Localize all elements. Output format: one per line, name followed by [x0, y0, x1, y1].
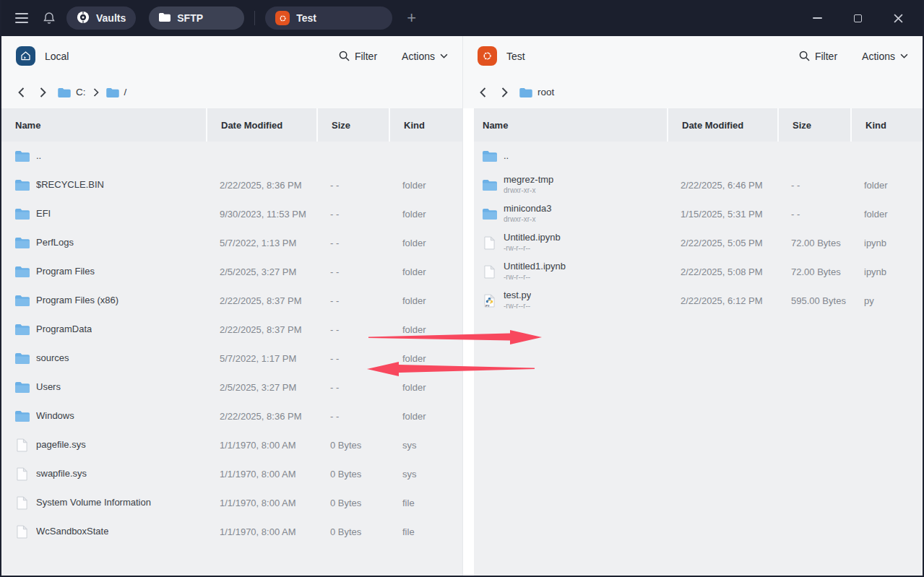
- new-tab-button[interactable]: +: [407, 10, 416, 26]
- file-icon: [14, 438, 30, 452]
- breadcrumb-item[interactable]: root: [517, 87, 557, 97]
- table-row[interactable]: ..: [1, 142, 462, 170]
- table-row[interactable]: pagefile.sys 1/1/1970, 8:00 AM 0 Bytes s…: [1, 430, 462, 459]
- remote-file-table: Name Date Modified Size Kind ..: [474, 108, 923, 576]
- date-modified-cell: 1/1/1970, 8:00 AM: [206, 498, 316, 508]
- folder-icon: [14, 207, 30, 221]
- date-modified-cell: 2/22/2025, 8:36 PM: [206, 180, 316, 191]
- column-header-kind[interactable]: Kind: [389, 108, 462, 142]
- column-header-kind[interactable]: Kind: [850, 108, 923, 142]
- table-row[interactable]: Users 2/5/2025, 3:27 PM - - folder: [1, 373, 462, 402]
- tab-label: Vaults: [96, 12, 126, 24]
- hamburger-menu-icon[interactable]: [12, 8, 32, 28]
- table-row[interactable]: System Volume Information 1/1/1970, 8:00…: [1, 488, 462, 517]
- local-file-table: Name Date Modified Size Kind ..: [1, 108, 462, 576]
- kind-cell: sys: [389, 469, 462, 480]
- filter-button[interactable]: Filter: [799, 51, 837, 62]
- table-row[interactable]: Program Files (x86) 2/22/2025, 8:37 PM -…: [1, 286, 462, 315]
- table-row[interactable]: WcSandboxState 1/1/1970, 8:00 AM 0 Bytes…: [1, 517, 462, 546]
- app-window: Vaults SFTP Test +: [0, 0, 924, 577]
- maximize-icon[interactable]: [843, 7, 872, 29]
- table-row[interactable]: PerfLogs 5/7/2022, 1:13 PM - - folder: [1, 228, 462, 257]
- folder-icon: [14, 264, 30, 279]
- kind-cell: folder: [389, 353, 462, 364]
- kind-cell: py: [850, 295, 923, 306]
- date-modified-cell: 2/5/2025, 3:27 PM: [206, 382, 316, 393]
- file-name-cell: $RECYCLE.BIN: [1, 178, 206, 192]
- size-cell: 72.00 Bytes: [777, 238, 850, 248]
- tab-divider: [254, 11, 255, 25]
- size-cell: - -: [777, 180, 850, 191]
- tab-label: Test: [296, 12, 316, 24]
- column-header-name[interactable]: Name: [474, 108, 667, 142]
- file-name: Untitled.ipynb: [504, 233, 561, 243]
- table-row[interactable]: Program Files 2/5/2025, 3:27 PM - - fold…: [1, 257, 462, 286]
- kind-cell: folder: [389, 382, 462, 393]
- table-row[interactable]: swapfile.sys 1/1/1970, 8:00 AM 0 Bytes s…: [1, 459, 462, 488]
- table-row[interactable]: Untitled1.ipynb -rw-r--r-- 2/22/2025, 5:…: [474, 257, 923, 286]
- table-row[interactable]: ProgramData 2/22/2025, 8:37 PM - - folde…: [1, 315, 462, 344]
- column-header-name[interactable]: Name: [1, 108, 206, 142]
- file-name-cell: swapfile.sys: [1, 467, 206, 481]
- table-row[interactable]: sources 5/7/2022, 1:17 PM - - folder: [1, 344, 462, 373]
- close-icon[interactable]: [884, 7, 912, 29]
- back-button[interactable]: [12, 83, 30, 102]
- file-name-cell: Untitled.ipynb -rw-r--r--: [474, 233, 667, 252]
- file-name: WcSandboxState: [36, 526, 108, 537]
- table-row[interactable]: PY test.py -rw-r--r-- 2/22/2025, 6:12 PM…: [474, 286, 923, 315]
- date-modified-cell: 1/1/1970, 8:00 AM: [206, 526, 316, 537]
- file-name: swapfile.sys: [36, 469, 87, 480]
- folder-icon: [482, 207, 497, 221]
- kind-cell: folder: [850, 209, 923, 220]
- file-name: megrez-tmp: [504, 175, 553, 186]
- column-header-date[interactable]: Date Modified: [206, 108, 316, 142]
- tab-test[interactable]: Test: [265, 6, 392, 30]
- minimize-icon[interactable]: [803, 7, 832, 29]
- file-name-cell: Untitled1.ipynb -rw-r--r--: [474, 261, 667, 281]
- search-icon: [339, 51, 350, 61]
- back-button[interactable]: [473, 83, 492, 102]
- table-row[interactable]: $RECYCLE.BIN 2/22/2025, 8:36 PM - - fold…: [1, 170, 462, 199]
- table-row[interactable]: ..: [474, 142, 923, 170]
- file-icon: [14, 467, 30, 481]
- date-modified-cell: 2/22/2025, 6:46 PM: [667, 180, 777, 191]
- column-header-size[interactable]: Size: [777, 108, 850, 142]
- actions-button[interactable]: Actions: [862, 51, 908, 62]
- forward-button[interactable]: [495, 83, 514, 102]
- file-name: $RECYCLE.BIN: [36, 180, 104, 191]
- file-name-cell: EFI: [1, 207, 206, 221]
- table-row[interactable]: miniconda3 drwxr-xr-x 1/15/2025, 5:31 PM…: [474, 199, 923, 228]
- table-row[interactable]: Untitled.ipynb -rw-r--r-- 2/22/2025, 5:0…: [474, 228, 923, 257]
- chevron-right-icon: [93, 88, 99, 97]
- actions-button[interactable]: Actions: [402, 51, 448, 62]
- chevron-down-icon: [900, 53, 908, 58]
- local-pane: Local Filter Actions: [1, 36, 462, 576]
- breadcrumb-item[interactable]: /: [103, 87, 130, 97]
- size-cell: - -: [316, 238, 389, 248]
- file-name: miniconda3: [504, 204, 552, 214]
- local-file-rows: .. $RECYCLE.BIN 2/22/2025, 8:36 PM - - f…: [1, 142, 462, 576]
- tab-sftp[interactable]: SFTP: [149, 6, 244, 30]
- forward-button[interactable]: [33, 83, 52, 102]
- kind-cell: ipynb: [850, 238, 923, 248]
- kind-cell: folder: [389, 180, 462, 191]
- kind-cell: file: [389, 526, 462, 537]
- file-name-cell: sources: [1, 351, 206, 365]
- tab-vaults[interactable]: Vaults: [66, 6, 136, 30]
- table-row[interactable]: EFI 9/30/2023, 11:53 PM - - folder: [1, 199, 462, 228]
- filter-button[interactable]: Filter: [339, 51, 377, 62]
- table-row[interactable]: megrez-tmp drwxr-xr-x 2/22/2025, 6:46 PM…: [474, 170, 923, 199]
- folder-icon: [14, 409, 30, 423]
- file-name-cell: miniconda3 drwxr-xr-x: [474, 204, 667, 223]
- table-row[interactable]: Windows 2/22/2025, 8:36 PM - - folder: [1, 402, 462, 430]
- column-header-date[interactable]: Date Modified: [667, 108, 777, 142]
- bell-icon[interactable]: [39, 8, 59, 28]
- file-name: Program Files (x86): [36, 295, 118, 306]
- remote-file-rows: .. megrez-tmp drwxr-xr-x 2/22/2025, 6:46…: [474, 142, 923, 576]
- breadcrumb-item[interactable]: C:: [55, 87, 89, 97]
- folder-icon: [519, 87, 532, 97]
- column-header-size[interactable]: Size: [316, 108, 389, 142]
- size-cell: - -: [316, 324, 389, 335]
- size-cell: 0 Bytes: [316, 526, 389, 537]
- file-name-cell: ..: [1, 149, 206, 163]
